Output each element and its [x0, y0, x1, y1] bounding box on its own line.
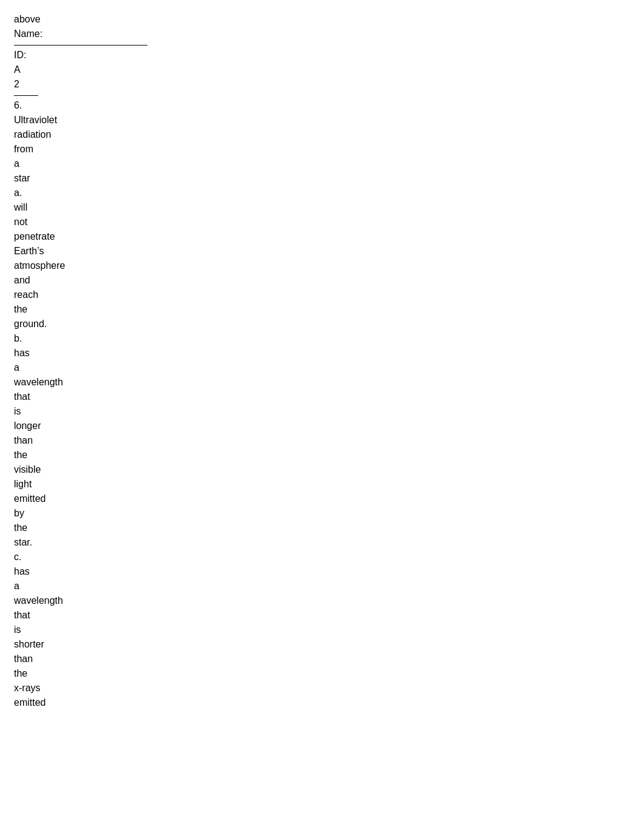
line-6: 6.: [14, 98, 630, 113]
line-from: from: [14, 142, 630, 157]
line-a-option: a.: [14, 186, 630, 200]
line-emitted1: emitted: [14, 492, 630, 506]
line-shorter: shorter: [14, 637, 630, 652]
line-that1: that: [14, 390, 630, 404]
line-ground: ground.: [14, 317, 630, 331]
line-a: A: [14, 63, 630, 77]
line-name: Name:: [14, 27, 630, 41]
line-has1: has: [14, 346, 630, 360]
line-is1: is: [14, 404, 630, 419]
line-than2: than: [14, 652, 630, 666]
line-and: and: [14, 273, 630, 288]
line-light: light: [14, 477, 630, 492]
line-the1: the: [14, 302, 630, 317]
line-the3: the: [14, 521, 630, 535]
divider-short: [14, 95, 38, 96]
line-the4: the: [14, 666, 630, 681]
main-content: above Name: ID: A 2 6. Ultraviolet radia…: [14, 12, 630, 710]
line-than1: than: [14, 433, 630, 448]
line-wavelength2: wavelength: [14, 593, 630, 608]
line-a4: a: [14, 579, 630, 593]
line-c-option: c.: [14, 550, 630, 564]
line-has2: has: [14, 564, 630, 579]
line-wavelength1: wavelength: [14, 375, 630, 390]
line-id: ID:: [14, 48, 630, 63]
line-above: above: [14, 12, 630, 27]
line-a3: a: [14, 360, 630, 375]
line-visible: visible: [14, 462, 630, 477]
line-reach: reach: [14, 288, 630, 302]
line-b-option: b.: [14, 331, 630, 346]
line-a2: a: [14, 157, 630, 171]
line-longer: longer: [14, 419, 630, 433]
line-star2: star.: [14, 535, 630, 550]
line-that2: that: [14, 608, 630, 623]
line-not: not: [14, 215, 630, 229]
line-atmosphere: atmosphere: [14, 259, 630, 273]
divider-long: [14, 45, 147, 46]
line-is2: is: [14, 623, 630, 637]
line-radiation: radiation: [14, 127, 630, 142]
line-will: will: [14, 200, 630, 215]
line-emitted2: emitted: [14, 695, 630, 710]
line-earths: Earth’s: [14, 244, 630, 259]
line-by1: by: [14, 506, 630, 521]
line-penetrate: penetrate: [14, 229, 630, 244]
line-ultraviolet: Ultraviolet: [14, 113, 630, 127]
line-star: star: [14, 171, 630, 186]
line-2: 2: [14, 77, 630, 92]
line-xrays: x-rays: [14, 681, 630, 695]
line-the2: the: [14, 448, 630, 462]
